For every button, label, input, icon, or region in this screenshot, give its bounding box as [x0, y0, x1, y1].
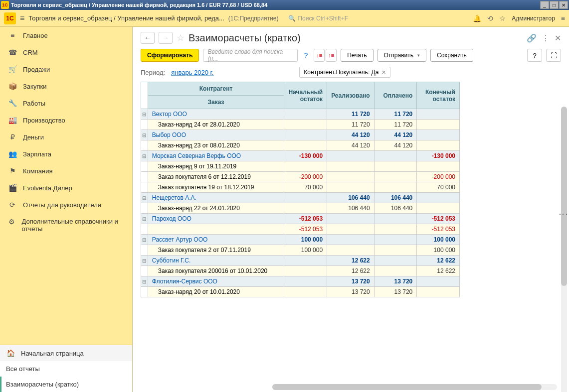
collapse-icon[interactable]: ⊟ — [141, 151, 148, 161]
cell-name: Нещеретов А.А. — [148, 193, 284, 203]
breadcrumb[interactable]: Торговля и сервис_образец / Управление н… — [28, 14, 224, 22]
cell-end — [417, 130, 460, 140]
sort-desc-icon[interactable]: ↑≡ — [326, 49, 337, 62]
cell-start: -200 000 — [284, 172, 327, 182]
table-row[interactable]: Заказ-наряд 24 от 28.01.202011 72011 720 — [141, 120, 460, 130]
table-row[interactable]: ⊟Субботин Г.С.12 62212 622 — [141, 256, 460, 266]
table-row[interactable]: Заказ-наряд 20 от 10.01.202013 72013 720 — [141, 287, 460, 297]
cell-real — [327, 224, 375, 235]
filter-tag[interactable]: Контрагент.Покупатель: Да ✕ — [299, 67, 390, 78]
table-row[interactable]: Заказ покупателя 2 от 07.11.2019100 0001… — [141, 245, 460, 256]
cell-name: Заказ покупателя 6 от 12.12.2019 — [148, 172, 284, 182]
sidebar-item-label: Продажи — [23, 66, 50, 73]
sidebar-item-10[interactable]: ⟳Отчеты для руководителя — [0, 196, 132, 213]
sidebar-item-9[interactable]: 🎬Evolventa.Дилер — [0, 179, 132, 196]
cell-start — [284, 203, 327, 214]
sidebar-item-4[interactable]: 🔧Работы — [0, 95, 132, 112]
table-row[interactable]: ⊟Нещеретов А.А.106 440106 440 — [141, 193, 460, 203]
table-row[interactable]: Заказ-наряд 22 от 24.01.2020106 440106 4… — [141, 203, 460, 214]
sidebar-icon: 🔧 — [8, 99, 17, 107]
sidebar-item-label: Компания — [23, 167, 53, 175]
print-button[interactable]: Печать — [341, 49, 373, 62]
table-row[interactable]: ⊟Пароход ООО-512 053-512 053 — [141, 214, 460, 224]
collapse-icon[interactable]: ⊟ — [141, 193, 148, 203]
table-row[interactable]: ⊟Морская Северная Верфь ООО-130 000-130 … — [141, 151, 460, 161]
logo-icon[interactable]: 1C — [4, 12, 16, 24]
forward-button[interactable]: → — [159, 32, 173, 44]
collapse-icon[interactable]: ⊟ — [141, 256, 148, 266]
sidebar-item-2[interactable]: 🛒Продажи — [0, 61, 132, 78]
sidebar-icon: 📦 — [8, 82, 17, 90]
table-row[interactable]: ⊟Вектор ООО11 72011 720 — [141, 109, 460, 120]
table-row[interactable]: ⊟Выбор ООО44 12044 120 — [141, 130, 460, 140]
sidebar-item-3[interactable]: 📦Закупки — [0, 78, 132, 95]
table-row[interactable]: Заказ покупателя 6 от 12.12.2019-200 000… — [141, 172, 460, 182]
side-menu-icon[interactable]: ⋮ — [558, 210, 569, 219]
send-button[interactable]: Отправить — [378, 49, 427, 62]
cell-name: Флотилия-Сервис ООО — [148, 276, 284, 287]
th-start[interactable]: Начальный остаток — [284, 82, 327, 109]
sidebar-item-11[interactable]: ⚙Дополнительные справочники и отчеты — [0, 213, 132, 237]
th-end[interactable]: Конечный остаток — [417, 82, 460, 109]
minimize-button[interactable]: _ — [540, 1, 549, 9]
period-value[interactable]: январь 2020 г. — [171, 69, 213, 76]
filter-tag-text: Контрагент.Покупатель: Да — [304, 69, 379, 76]
table-row[interactable]: Заказ-наряд 23 от 08.01.202044 12044 120 — [141, 140, 460, 151]
sidebar-item-label: Отчеты для руководителя — [23, 201, 101, 209]
table-row[interactable]: Заказ покупателя 19 от 18.12.201970 0007… — [141, 182, 460, 193]
global-search[interactable]: 🔍 Поиск Ctrl+Shift+F — [288, 15, 469, 22]
table-row[interactable]: ⊟Рассвет Артур ООО100 000100 000 — [141, 235, 460, 245]
help-icon[interactable]: ? — [302, 51, 310, 59]
form-button[interactable]: Сформировать — [141, 49, 199, 62]
bell-icon[interactable]: 🔔 — [473, 14, 481, 22]
table-row[interactable]: Заказ покупателя 200016 от 10.01.202012 … — [141, 266, 460, 276]
sidebar-item-label: Работы — [23, 100, 45, 107]
user-label[interactable]: Администратор — [512, 15, 555, 22]
back-button[interactable]: ← — [141, 32, 155, 44]
table-row[interactable]: -512 053-512 053 — [141, 224, 460, 235]
filter-tag-close-icon[interactable]: ✕ — [381, 69, 386, 76]
cell-end: 12 622 — [417, 266, 460, 276]
expand-header — [141, 82, 148, 109]
cell-start — [284, 161, 327, 172]
th-order[interactable]: Заказ — [148, 96, 284, 109]
collapse-icon[interactable]: ⊟ — [141, 130, 148, 140]
favorite-star-icon[interactable]: ☆ — [177, 32, 185, 43]
th-contragent[interactable]: Контрагент — [148, 82, 284, 96]
cell-end — [417, 276, 460, 287]
sidebar-item-0[interactable]: ≡Главное — [0, 27, 132, 44]
cell-real: 44 120 — [327, 130, 375, 140]
report-search-input[interactable]: Введите слово для поиска (н... — [203, 49, 298, 62]
sidebar-bottom-item-2[interactable]: Взаиморасчеты (кратко) — [0, 377, 132, 392]
close-panel-icon[interactable]: ✕ — [555, 33, 561, 43]
collapse-icon[interactable]: ⊟ — [141, 235, 148, 245]
scrollbar-horizontal[interactable] — [272, 384, 557, 390]
sidebar-item-5[interactable]: 🏭Производство — [0, 112, 132, 129]
sidebar-item-1[interactable]: ☎CRM — [0, 44, 132, 61]
link-icon[interactable]: 🔗 — [527, 33, 537, 43]
sort-asc-icon[interactable]: ↓≡ — [314, 49, 325, 62]
close-button[interactable]: ✕ — [559, 1, 568, 9]
save-button[interactable]: Сохранить — [430, 49, 473, 62]
fullscreen-icon[interactable]: ⛶ — [546, 49, 561, 62]
collapse-icon[interactable]: ⊟ — [141, 109, 148, 120]
sidebar-item-7[interactable]: 👥Зарплата — [0, 145, 132, 162]
sidebar-item-8[interactable]: ⚑Компания — [0, 162, 132, 179]
history-icon[interactable]: ⟲ — [487, 14, 493, 22]
th-realized[interactable]: Реализовано — [327, 82, 375, 109]
star-icon[interactable]: ☆ — [499, 14, 506, 22]
help-button[interactable]: ? — [527, 49, 542, 62]
maximize-button[interactable]: □ — [550, 1, 559, 9]
settings-menu-icon[interactable]: ≡ — [561, 14, 565, 22]
scrollbar-vertical[interactable] — [561, 107, 567, 392]
collapse-icon[interactable]: ⊟ — [141, 276, 148, 287]
sidebar-bottom-item-1[interactable]: Все отчеты — [0, 361, 132, 377]
th-paid[interactable]: Оплачено — [374, 82, 417, 109]
menu-icon[interactable]: ≡ — [20, 14, 24, 23]
table-row[interactable]: Заказ-наряд 9 от 19.11.2019 — [141, 161, 460, 172]
sidebar-bottom-item-0[interactable]: 🏠Начальная страница — [0, 345, 132, 361]
table-row[interactable]: ⊟Флотилия-Сервис ООО13 72013 720 — [141, 276, 460, 287]
sidebar-item-6[interactable]: ₽Деньги — [0, 129, 132, 145]
more-icon[interactable]: ⋮ — [542, 33, 550, 43]
collapse-icon[interactable]: ⊟ — [141, 214, 148, 224]
